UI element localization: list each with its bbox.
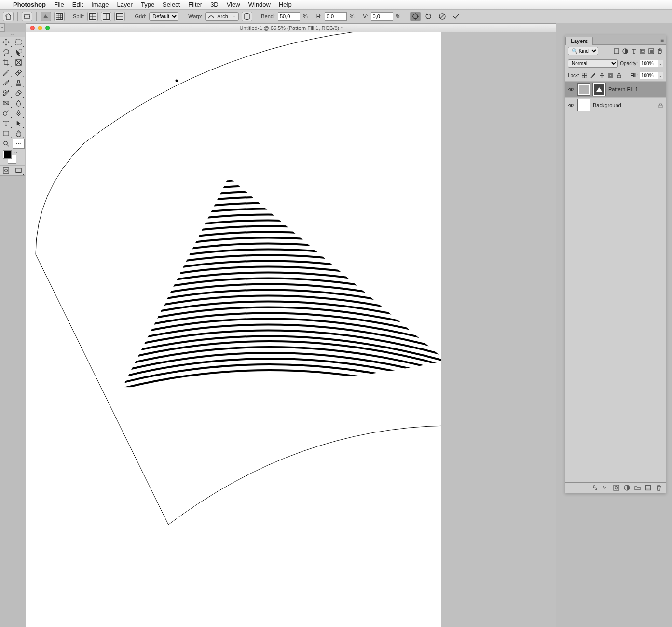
layer-name-label[interactable]: Pattern Fill 1 — [608, 86, 638, 92]
window-zoom-button[interactable] — [45, 26, 50, 30]
warp-grid-toggle[interactable] — [41, 12, 51, 21]
link-layers-icon[interactable] — [592, 485, 598, 491]
menu-layer[interactable]: Layer — [117, 1, 133, 8]
edit-toolbar-button[interactable]: ··· — [13, 139, 25, 149]
window-minimize-button[interactable] — [38, 26, 42, 30]
warp-icon-button[interactable] — [54, 12, 65, 21]
document-titlebar[interactable]: Untitled-1 @ 65,5% (Pattern Fill 1, RGB/… — [26, 24, 556, 32]
layers-tab[interactable]: Layers — [565, 37, 593, 45]
filter-type-icon[interactable] — [631, 48, 637, 55]
crop-tool[interactable] — [0, 57, 13, 68]
visibility-eye-icon[interactable] — [568, 86, 575, 93]
lock-pixels-icon[interactable] — [590, 72, 597, 79]
fill-chevron-icon[interactable]: ⌄ — [658, 72, 663, 79]
canvas[interactable] — [26, 32, 556, 627]
quick-mask-button[interactable] — [0, 166, 13, 175]
filter-toggle-switch[interactable] — [657, 48, 663, 55]
new-fill-adjust-icon[interactable] — [624, 485, 630, 491]
warp-orientation-button[interactable] — [242, 12, 252, 21]
filter-smart-icon[interactable] — [648, 48, 655, 55]
svg-rect-30 — [617, 75, 621, 78]
delete-layer-icon[interactable] — [656, 485, 662, 491]
zoom-tool[interactable] — [0, 139, 13, 149]
collapse-handle[interactable]: « — [0, 23, 5, 32]
lock-position-icon[interactable] — [599, 72, 605, 79]
history-brush-tool[interactable] — [0, 88, 13, 98]
lock-all-icon[interactable] — [616, 72, 623, 79]
blend-mode-select[interactable]: Normal — [568, 59, 618, 68]
eyedropper-tool[interactable] — [0, 68, 13, 78]
quick-select-tool[interactable] — [13, 47, 25, 57]
path-select-tool[interactable] — [13, 118, 25, 128]
menu-window[interactable]: Window — [248, 1, 271, 8]
fill-input[interactable]: 100% — [640, 72, 658, 79]
free-transform-toggle[interactable] — [22, 12, 32, 21]
split-horizontal-button[interactable] — [114, 12, 125, 21]
bend-input[interactable] — [278, 12, 300, 21]
stamp-tool[interactable] — [13, 78, 25, 88]
toggle-guides-button[interactable] — [410, 12, 421, 21]
panel-menu-icon[interactable]: ≡ — [660, 37, 664, 43]
menu-type[interactable]: Type — [141, 1, 154, 8]
layer-thumbnail[interactable] — [577, 99, 590, 111]
shape-tool[interactable] — [0, 128, 13, 139]
filter-kind-select[interactable]: 🔍 Kind — [568, 47, 598, 55]
split-cross-button[interactable] — [87, 12, 98, 21]
pen-tool[interactable] — [13, 108, 25, 118]
hand-tool[interactable] — [13, 128, 25, 139]
opacity-input[interactable]: 100% — [640, 60, 658, 67]
menu-filter[interactable]: Filter — [188, 1, 202, 8]
layer-thumbnail[interactable] — [577, 83, 590, 96]
gradient-tool[interactable] — [0, 98, 13, 108]
home-button[interactable] — [3, 12, 14, 21]
dodge-tool[interactable] — [0, 108, 13, 118]
commit-transform-button[interactable] — [451, 12, 461, 21]
menu-3d[interactable]: 3D — [210, 1, 219, 8]
layer-mask-thumbnail[interactable] — [593, 83, 605, 96]
menu-select[interactable]: Select — [163, 1, 180, 8]
app-menu[interactable]: Photoshop — [13, 1, 46, 8]
brush-tool[interactable] — [0, 78, 13, 88]
h-input[interactable] — [325, 12, 347, 21]
screen-mode-button[interactable] — [13, 166, 25, 175]
grid-label: Grid: — [135, 14, 146, 19]
lasso-tool[interactable] — [0, 47, 13, 57]
swap-colors-icon[interactable]: ⤺ — [14, 150, 17, 154]
warp-style-select[interactable]: Arch ⌄ — [205, 12, 239, 21]
layer-row[interactable]: Background — [565, 98, 666, 113]
menu-edit[interactable]: Edit — [72, 1, 83, 8]
type-tool[interactable] — [0, 118, 13, 128]
layer-row[interactable]: Pattern Fill 1 — [565, 82, 666, 98]
new-group-icon[interactable] — [634, 485, 641, 491]
marquee-tool[interactable] — [13, 37, 25, 47]
filter-shape-icon[interactable] — [639, 48, 646, 55]
menu-image[interactable]: Image — [91, 1, 109, 8]
window-close-button[interactable] — [30, 26, 35, 30]
menu-file[interactable]: File — [54, 1, 64, 8]
visibility-eye-icon[interactable] — [568, 102, 575, 109]
new-layer-icon[interactable] — [645, 485, 651, 491]
frame-tool[interactable] — [13, 57, 25, 68]
menu-view[interactable]: View — [227, 1, 240, 8]
opacity-chevron-icon[interactable]: ⌄ — [658, 60, 663, 67]
color-swatches[interactable]: ⤺ — [0, 149, 25, 165]
split-vertical-button[interactable] — [101, 12, 111, 21]
grid-select[interactable]: Default — [149, 12, 178, 21]
healing-tool[interactable] — [13, 68, 25, 78]
lock-transparency-icon[interactable] — [581, 72, 588, 79]
add-mask-icon[interactable] — [613, 485, 619, 491]
reset-warp-button[interactable] — [424, 12, 434, 21]
layer-fx-icon[interactable]: fx — [603, 485, 609, 491]
cancel-transform-button[interactable] — [437, 12, 448, 21]
lock-artboard-icon[interactable] — [607, 72, 614, 79]
layer-name-label[interactable]: Background — [593, 102, 621, 108]
move-tool[interactable] — [0, 37, 13, 47]
eraser-tool[interactable] — [13, 88, 25, 98]
tools-panel-header[interactable]: •• — [0, 32, 25, 37]
blur-tool[interactable] — [13, 98, 25, 108]
filter-adjust-icon[interactable] — [622, 48, 629, 55]
foreground-color-swatch[interactable] — [3, 150, 12, 159]
v-input[interactable] — [371, 12, 393, 21]
filter-pixel-icon[interactable] — [613, 48, 620, 55]
menu-help[interactable]: Help — [279, 1, 292, 8]
